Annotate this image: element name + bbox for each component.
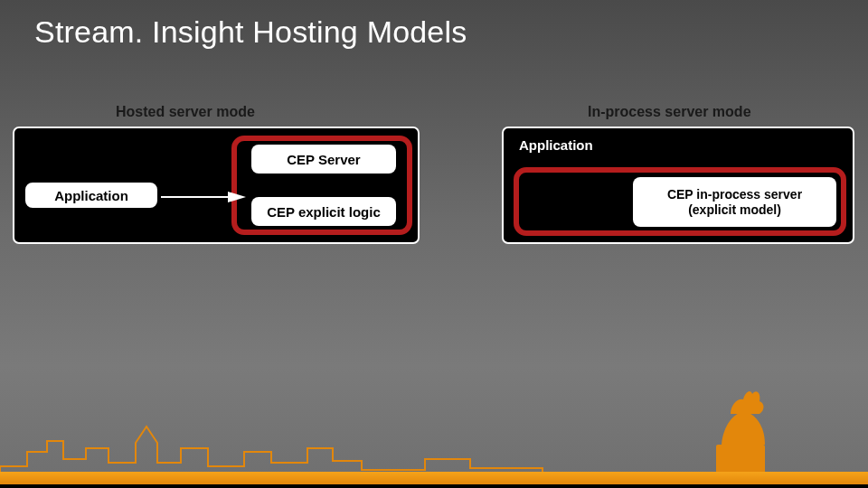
application-box-left: Application (24, 181, 159, 210)
footer-black-strip (0, 484, 868, 488)
cep-inprocess-box: CEP in-process server (explicit model) (633, 177, 836, 227)
cep-server-box: CEP Server (251, 145, 396, 174)
application-label-right: Application (519, 137, 593, 153)
skyline-decoration (0, 361, 868, 488)
slide-title: Stream. Insight Hosting Models (34, 14, 467, 50)
inprocess-mode-heading: In-process server mode (588, 104, 751, 120)
arrow-right-icon (161, 192, 246, 202)
footer-accent-bar (0, 472, 868, 484)
hosted-mode-heading: Hosted server mode (116, 104, 255, 120)
cep-explicit-logic-box: CEP explicit logic (251, 197, 396, 226)
svg-marker-1 (228, 192, 246, 202)
svg-rect-2 (716, 445, 765, 475)
